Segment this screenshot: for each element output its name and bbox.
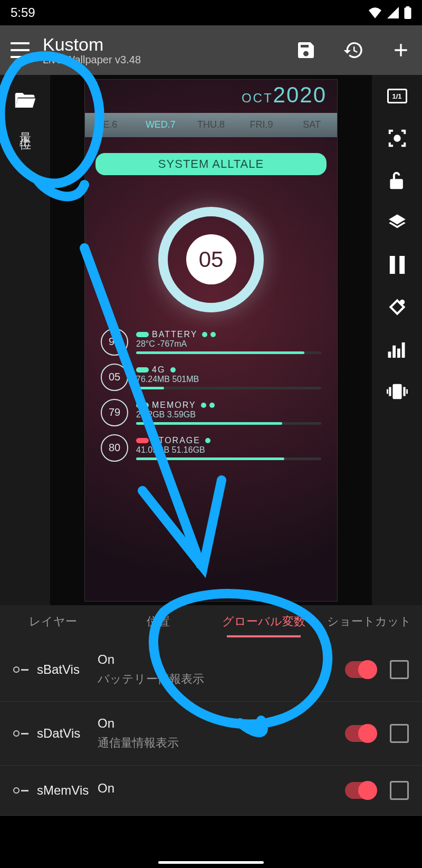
svg-rect-9 [401, 342, 405, 358]
main-area: 最上位 OCT2020 E.6 WED.7 THU.8 FRI.9 SAT SY… [0, 75, 422, 605]
wp-day: THU.8 [186, 119, 236, 130]
focus-icon[interactable] [387, 128, 408, 149]
wp-stat-value: 76.24MB 501MB [136, 375, 321, 384]
wp-stat-value: 28°C -767mA [136, 339, 321, 349]
var-state: On [98, 716, 345, 731]
stats-icon[interactable] [387, 339, 408, 360]
svg-rect-3 [389, 256, 395, 274]
history-icon[interactable] [343, 40, 364, 61]
wp-day: SAT [286, 119, 337, 130]
toggle-switch[interactable] [345, 725, 374, 742]
var-name: sBatVis [37, 662, 98, 677]
tab-shortcuts[interactable]: ショートカット [316, 606, 422, 637]
switch-type-icon [13, 666, 37, 673]
wp-day-selected: WED.7 [136, 119, 186, 130]
select-checkbox[interactable] [390, 781, 409, 800]
wp-stats: 91 BATTERY 28°C -767mA 05 4G 76.24MB 501… [85, 328, 337, 462]
wp-stat-value: 2.92GB 3.59GB [136, 410, 321, 419]
wp-day: FRI.9 [236, 119, 287, 130]
tab-globals[interactable]: グローバル変数 [211, 606, 316, 637]
status-icons [368, 6, 411, 19]
list-item[interactable]: sDatVis On 通信量情報表示 [0, 702, 422, 766]
svg-rect-7 [392, 346, 396, 358]
select-checkbox[interactable] [390, 724, 409, 743]
wallpaper-preview: OCT2020 E.6 WED.7 THU.8 FRI.9 SAT SYSTEM… [84, 79, 338, 602]
svg-point-5 [399, 300, 405, 305]
add-icon[interactable] [390, 40, 411, 61]
var-state: On [98, 781, 345, 796]
status-bar: 5:59 [0, 0, 422, 25]
var-desc: バッテリー情報表示 [98, 671, 345, 687]
layers-icon[interactable] [387, 212, 408, 233]
rotation-lock-icon[interactable] [387, 297, 408, 318]
wp-stat-number: 91 [101, 328, 128, 356]
switch-type-icon [13, 730, 37, 737]
right-toolbar: 1/1 [372, 75, 422, 605]
wp-days-row: E.6 WED.7 THU.8 FRI.9 SAT [85, 113, 337, 137]
menu-icon[interactable] [11, 42, 30, 58]
wp-progress-ring: 05 [158, 207, 264, 312]
wp-year: 2020 [273, 82, 327, 107]
select-checkbox[interactable] [390, 660, 409, 679]
svg-rect-6 [388, 351, 391, 358]
svg-rect-0 [404, 7, 411, 19]
tab-layers[interactable]: レイヤー [0, 606, 106, 637]
wifi-icon [368, 7, 382, 18]
wp-stat-number: 80 [101, 434, 128, 462]
svg-rect-11 [389, 387, 391, 396]
app-bar: Kustom Live Wallpaper v3.48 [0, 25, 422, 75]
svg-rect-10 [392, 384, 401, 399]
list-item[interactable]: sMemVis On [0, 766, 422, 816]
wp-stat-number: 05 [101, 364, 128, 391]
left-panel: 最上位 [0, 75, 50, 605]
wp-stat-value: 41.05GB 51.16GB [136, 445, 321, 455]
wp-date: OCT2020 [85, 80, 337, 108]
wp-stat-battery: 91 BATTERY 28°C -767mA [101, 328, 321, 356]
var-name: sDatVis [37, 726, 98, 741]
var-desc: 通信量情報表示 [98, 735, 345, 751]
list-item[interactable]: sBatVis On バッテリー情報表示 [0, 638, 422, 702]
appbar-actions [295, 40, 411, 61]
save-icon[interactable] [295, 40, 316, 61]
clock: 5:59 [11, 5, 35, 20]
vibrate-icon[interactable] [387, 381, 408, 402]
wp-stat-memory: 79 MEMORY 2.92GB 3.59GB [101, 399, 321, 426]
unlock-icon[interactable] [387, 170, 408, 191]
svg-rect-14 [406, 389, 408, 394]
pause-icon[interactable] [387, 254, 408, 275]
root-layer-label[interactable]: 最上位 [17, 123, 33, 132]
wp-month: OCT [242, 91, 273, 105]
var-state: On [98, 652, 345, 667]
svg-point-2 [395, 136, 400, 141]
svg-rect-8 [397, 349, 400, 358]
battery-icon [404, 6, 411, 19]
wp-stat-label: STORAGE [152, 436, 200, 445]
svg-rect-12 [403, 387, 405, 396]
wp-day: E.6 [85, 119, 136, 130]
svg-rect-13 [387, 389, 388, 394]
globals-list: sBatVis On バッテリー情報表示 sDatVis On 通信量情報表示 … [0, 638, 422, 816]
var-name: sMemVis [37, 783, 98, 798]
toggle-switch[interactable] [345, 661, 374, 678]
wp-stat-storage: 80 STORAGE 41.05GB 51.16GB [101, 434, 321, 462]
wp-stat-data: 05 4G 76.24MB 501MB [101, 364, 321, 391]
app-subtitle: Live Wallpaper v3.48 [43, 54, 295, 66]
toggle-switch[interactable] [345, 782, 374, 799]
folder-open-icon[interactable] [14, 91, 36, 110]
wp-stat-label: 4G [152, 365, 165, 374]
switch-type-icon [13, 787, 37, 794]
app-title: Kustom [43, 34, 295, 55]
wp-stat-label: BATTERY [152, 330, 197, 339]
tabs-row: レイヤー 位置 グローバル変数 ショートカット [0, 605, 422, 638]
wp-ring-value: 05 [186, 234, 236, 284]
signal-icon [387, 7, 399, 18]
wp-banner: SYSTEM ALLTALE [95, 153, 327, 175]
tab-position[interactable]: 位置 [106, 606, 211, 637]
wp-stat-number: 79 [101, 399, 128, 426]
screens-icon[interactable]: 1/1 [387, 85, 408, 107]
svg-rect-4 [399, 256, 405, 274]
preview-pane[interactable]: OCT2020 E.6 WED.7 THU.8 FRI.9 SAT SYSTEM… [50, 75, 372, 605]
nav-home-indicator[interactable] [158, 861, 264, 864]
svg-rect-1 [406, 6, 410, 8]
app-title-block: Kustom Live Wallpaper v3.48 [43, 34, 295, 66]
